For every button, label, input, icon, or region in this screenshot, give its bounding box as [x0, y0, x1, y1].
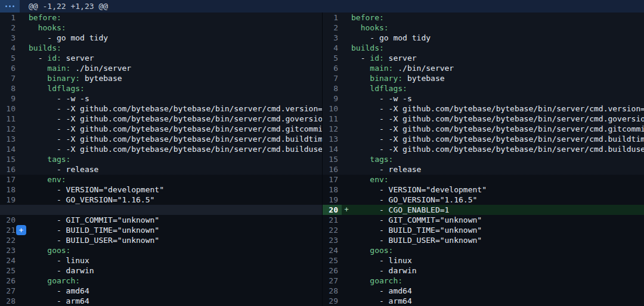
code-text: - -X github.com/bytebase/bytebase/bin/se…: [29, 104, 322, 113]
code-text: - -w -s: [351, 94, 412, 103]
line-number[interactable]: 22: [323, 225, 342, 235]
code-text: - -X github.com/bytebase/bytebase/bin/se…: [29, 145, 322, 154]
line-number[interactable]: 1: [0, 13, 19, 23]
code-text: - linux: [351, 256, 412, 265]
yaml-key: env:: [47, 175, 66, 184]
diff-row: 24 - linux: [0, 255, 322, 266]
line-number[interactable]: 23: [323, 235, 342, 245]
yaml-key: main:: [370, 64, 393, 73]
diff-marker: [19, 185, 29, 195]
line-number[interactable]: 21: [323, 215, 342, 225]
diff-row: 5 - id: server: [0, 53, 322, 63]
diff-marker: [342, 43, 351, 53]
line-number[interactable]: 26: [323, 266, 342, 276]
code-text: - -X github.com/bytebase/bytebase/bin/se…: [351, 104, 644, 113]
diff-row: 15 tags:: [323, 154, 644, 164]
line-number[interactable]: 25: [323, 255, 342, 266]
line-number[interactable]: 15: [323, 154, 342, 164]
line-number[interactable]: 6: [0, 63, 19, 73]
line-number[interactable]: 26: [0, 276, 19, 286]
line-number[interactable]: 22: [0, 235, 19, 245]
code-text: - VERSION="development": [29, 185, 164, 194]
add-comment-button[interactable]: +: [16, 225, 26, 235]
diff-marker: [342, 215, 351, 225]
yaml-key: hooks:: [38, 23, 66, 32]
line-number[interactable]: 19: [323, 195, 342, 205]
code-line: - VERSION="development": [29, 185, 164, 195]
line-number[interactable]: 2: [323, 23, 342, 33]
diff-marker: [342, 245, 351, 255]
line-number[interactable]: 7: [323, 73, 342, 83]
line-number[interactable]: 4: [0, 43, 19, 53]
code-text: [351, 74, 370, 83]
line-number[interactable]: 24: [0, 255, 19, 266]
code-line: binary: bytebase: [351, 73, 445, 83]
line-number[interactable]: 16: [0, 164, 19, 174]
diff-row: 23 - BUILD_USER="unknown": [323, 235, 644, 245]
code-line: before:: [351, 13, 384, 23]
code-text: [351, 84, 370, 93]
line-number[interactable]: 24: [323, 245, 342, 255]
line-number[interactable]: 13: [0, 134, 19, 144]
line-number[interactable]: 20: [0, 215, 19, 225]
line-number[interactable]: 13: [323, 134, 342, 144]
code-text: [351, 64, 370, 73]
expand-lines-button[interactable]: [0, 0, 20, 13]
line-number[interactable]: 17: [323, 174, 342, 185]
line-number[interactable]: 28: [0, 296, 19, 306]
line-number[interactable]: 18: [323, 185, 342, 195]
code-text: - -X github.com/bytebase/bytebase/bin/se…: [351, 145, 644, 154]
hunk-header-text: @@ -1,22 +1,23 @@: [20, 0, 108, 13]
line-number[interactable]: 17: [0, 174, 19, 185]
line-number[interactable]: 16: [323, 164, 342, 174]
diff-marker: [342, 13, 351, 23]
diff-marker: [19, 164, 29, 174]
line-number[interactable]: 2: [0, 23, 19, 33]
line-number[interactable]: 8: [323, 83, 342, 93]
line-number[interactable]: 3: [0, 33, 19, 43]
line-number[interactable]: 9: [323, 93, 342, 104]
yaml-key: ldflags:: [47, 84, 85, 93]
line-number[interactable]: 10: [323, 104, 342, 114]
line-number[interactable]: 14: [323, 144, 342, 154]
line-number[interactable]: 11: [0, 114, 19, 124]
line-number[interactable]: 5: [323, 53, 342, 63]
line-number[interactable]: 8: [0, 83, 19, 93]
line-number[interactable]: 12: [0, 124, 19, 134]
line-number[interactable]: 4: [323, 43, 342, 53]
line-number[interactable]: 15: [0, 154, 19, 164]
code-text: - darwin: [351, 266, 417, 275]
code-text: - amd64: [29, 286, 89, 295]
line-number[interactable]: 11: [323, 114, 342, 124]
line-number[interactable]: 27: [323, 276, 342, 286]
line-number[interactable]: 5: [0, 53, 19, 63]
diff-marker: [342, 185, 351, 195]
code-line: env:: [351, 174, 389, 185]
line-number[interactable]: 27: [0, 286, 19, 296]
line-number[interactable]: 19: [0, 195, 19, 205]
diff-row: 23 goos:: [0, 245, 322, 255]
line-number[interactable]: 1: [323, 13, 342, 23]
line-number[interactable]: 3: [323, 33, 342, 43]
line-number[interactable]: 6: [323, 63, 342, 73]
diff-row: 26 goarch:: [0, 276, 322, 286]
diff-row: 12 - -X github.com/bytebase/bytebase/bin…: [323, 124, 644, 134]
line-number[interactable]: 23: [0, 245, 19, 255]
line-number[interactable]: 9: [0, 93, 19, 104]
yaml-key: goarch:: [47, 276, 80, 285]
line-number[interactable]: 12: [323, 124, 342, 134]
diff-row: 9 - -w -s: [0, 93, 322, 104]
line-number[interactable]: 20: [323, 205, 342, 215]
code-line: - -X github.com/bytebase/bytebase/bin/se…: [29, 104, 322, 114]
line-number[interactable]: 28: [323, 286, 342, 296]
line-number[interactable]: 25: [0, 266, 19, 276]
yaml-key: tags:: [47, 155, 70, 164]
code-text: bytebase: [402, 74, 444, 83]
line-number[interactable]: 7: [0, 73, 19, 83]
line-number[interactable]: 18: [0, 185, 19, 195]
line-number[interactable]: 14: [0, 144, 19, 154]
diff-row: 4builds:: [0, 43, 322, 53]
line-number[interactable]: 10: [0, 104, 19, 114]
line-number[interactable]: 29: [323, 296, 342, 306]
ellipsis-icon: [9, 5, 11, 7]
